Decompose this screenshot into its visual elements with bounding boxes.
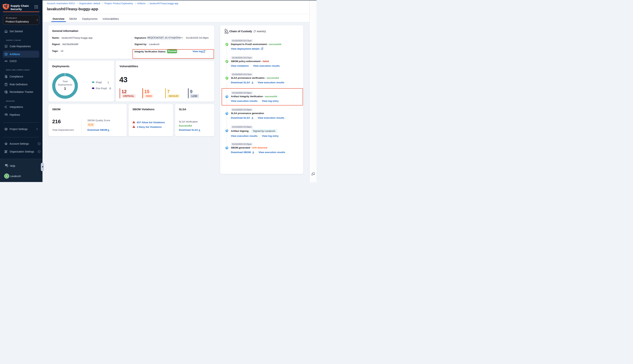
svg-text:?: ? — [6, 164, 7, 166]
